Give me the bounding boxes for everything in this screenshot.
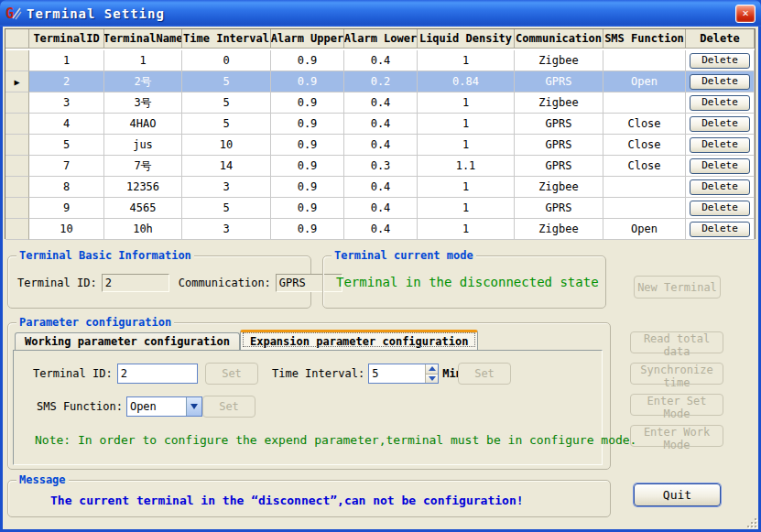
column-header[interactable]: Alarm Lower xyxy=(344,29,418,49)
row-header-cell[interactable] xyxy=(5,198,29,219)
delete-button[interactable]: Delete xyxy=(690,95,750,111)
table-cell[interactable]: 2 xyxy=(29,71,104,92)
delete-button[interactable]: Delete xyxy=(690,74,750,90)
table-cell[interactable]: 0.4 xyxy=(344,198,418,219)
row-header-cell[interactable]: ▶ xyxy=(5,71,29,92)
new-terminal-button[interactable]: New Terminal xyxy=(634,276,721,299)
row-header-cell[interactable] xyxy=(5,156,29,177)
table-cell[interactable]: 3号 xyxy=(104,92,182,114)
row-header-cell[interactable] xyxy=(5,177,29,198)
table-cell[interactable]: 2号 xyxy=(104,71,182,92)
table-cell[interactable]: 0.9 xyxy=(271,50,344,71)
table-cell[interactable]: 3 xyxy=(182,219,271,240)
table-cell[interactable]: 1 xyxy=(418,114,515,135)
table-cell[interactable]: 4HAO xyxy=(104,114,182,135)
table-cell[interactable]: 0.9 xyxy=(271,71,344,92)
table-cell[interactable]: 5 xyxy=(182,198,271,219)
table-cell[interactable]: 10 xyxy=(29,219,104,240)
delete-button[interactable]: Delete xyxy=(690,201,750,216)
table-cell[interactable]: 0.9 xyxy=(271,114,344,135)
table-cell[interactable]: Close xyxy=(603,156,686,177)
spinner-up-icon[interactable] xyxy=(426,364,438,374)
table-cell[interactable]: Close xyxy=(603,114,686,135)
table-cell[interactable]: Open xyxy=(603,219,686,240)
column-header[interactable]: Communication xyxy=(515,29,603,49)
row-header-cell[interactable] xyxy=(5,135,29,156)
terminal-id-display[interactable] xyxy=(102,274,169,292)
table-cell[interactable]: 1 xyxy=(418,219,515,240)
table-cell[interactable]: Open xyxy=(603,71,686,92)
table-cell[interactable]: GPRS xyxy=(515,198,603,219)
quit-button[interactable]: Quit xyxy=(634,483,721,506)
table-cell[interactable]: 4565 xyxy=(104,198,182,219)
close-icon[interactable]: ✕ xyxy=(735,5,756,23)
column-header[interactable]: Time Interval xyxy=(182,29,271,49)
table-cell[interactable] xyxy=(603,177,686,198)
chevron-down-icon[interactable] xyxy=(186,397,201,416)
table-cell[interactable] xyxy=(603,50,686,71)
table-cell[interactable]: 5 xyxy=(182,114,271,135)
read-total-data-button[interactable]: Read total data xyxy=(630,331,723,353)
enter-work-mode-button[interactable]: Enter Work Mode xyxy=(630,425,723,447)
delete-button[interactable]: Delete xyxy=(690,222,750,237)
table-cell[interactable]: 0.9 xyxy=(271,135,344,156)
param-terminal-id-input[interactable] xyxy=(117,364,198,384)
table-cell[interactable]: 1 xyxy=(29,50,104,71)
time-interval-input[interactable] xyxy=(369,364,425,383)
table-cell[interactable]: Close xyxy=(603,135,686,156)
column-header[interactable]: Liquid Density xyxy=(418,29,515,49)
table-cell[interactable]: 0.9 xyxy=(271,92,344,114)
resize-grip-icon[interactable] xyxy=(745,516,756,527)
table-cell[interactable]: 1 xyxy=(418,50,515,71)
table-cell[interactable]: 5 xyxy=(29,135,104,156)
table-cell[interactable]: 9 xyxy=(29,198,104,219)
column-header[interactable]: Alarm Upper xyxy=(271,29,344,49)
table-cell[interactable]: 7号 xyxy=(104,156,182,177)
set-sms-function-button[interactable]: Set xyxy=(202,396,255,418)
row-header-cell[interactable] xyxy=(5,50,29,71)
synchronize-time-button[interactable]: Synchronize time xyxy=(630,363,723,385)
table-cell[interactable]: 1 xyxy=(418,198,515,219)
delete-button[interactable]: Delete xyxy=(690,53,750,69)
table-cell[interactable] xyxy=(603,92,686,114)
table-cell[interactable]: 1.1 xyxy=(418,156,515,177)
row-header-cell[interactable] xyxy=(5,114,29,135)
table-cell[interactable]: 0.4 xyxy=(344,135,418,156)
table-cell[interactable]: Zigbee xyxy=(515,177,603,198)
table-cell[interactable]: 0.4 xyxy=(344,92,418,114)
table-cell[interactable]: 14 xyxy=(182,156,271,177)
table-cell[interactable]: GPRS xyxy=(515,156,603,177)
delete-button[interactable]: Delete xyxy=(690,179,750,195)
table-cell[interactable]: 0.3 xyxy=(344,156,418,177)
delete-button[interactable]: Delete xyxy=(690,158,750,174)
table-cell[interactable]: 8 xyxy=(29,177,104,198)
set-time-interval-button[interactable]: Set xyxy=(458,363,511,385)
delete-button[interactable]: Delete xyxy=(690,137,750,153)
enter-set-mode-button[interactable]: Enter Set Mode xyxy=(630,394,723,416)
table-cell[interactable]: 0.4 xyxy=(344,50,418,71)
table-cell[interactable]: 1 xyxy=(418,92,515,114)
tab-working-parameter-configuration[interactable]: Working parameter configuration xyxy=(15,332,240,350)
table-cell[interactable]: 0.9 xyxy=(271,219,344,240)
table-cell[interactable]: 10h xyxy=(104,219,182,240)
set-terminal-id-button[interactable]: Set xyxy=(205,363,258,385)
table-cell[interactable]: 3 xyxy=(182,177,271,198)
table-cell[interactable]: 7 xyxy=(29,156,104,177)
column-header[interactable]: Delete xyxy=(686,29,755,49)
table-cell[interactable]: 0.84 xyxy=(418,71,515,92)
table-cell[interactable]: 0 xyxy=(182,50,271,71)
table-cell[interactable]: 10 xyxy=(182,135,271,156)
table-cell[interactable]: 5 xyxy=(182,92,271,114)
row-header-cell[interactable] xyxy=(5,219,29,240)
table-cell[interactable]: 0.9 xyxy=(271,198,344,219)
table-cell[interactable]: 0.9 xyxy=(271,156,344,177)
table-cell[interactable]: Zigbee xyxy=(515,219,603,240)
delete-button[interactable]: Delete xyxy=(690,116,750,132)
table-cell[interactable]: jus xyxy=(104,135,182,156)
row-header-cell[interactable] xyxy=(5,92,29,114)
spinner-down-icon[interactable] xyxy=(426,374,438,384)
table-cell[interactable]: GPRS xyxy=(515,71,603,92)
table-cell[interactable]: 5 xyxy=(182,71,271,92)
table-cell[interactable]: 0.4 xyxy=(344,177,418,198)
table-cell[interactable]: 3 xyxy=(29,92,104,114)
